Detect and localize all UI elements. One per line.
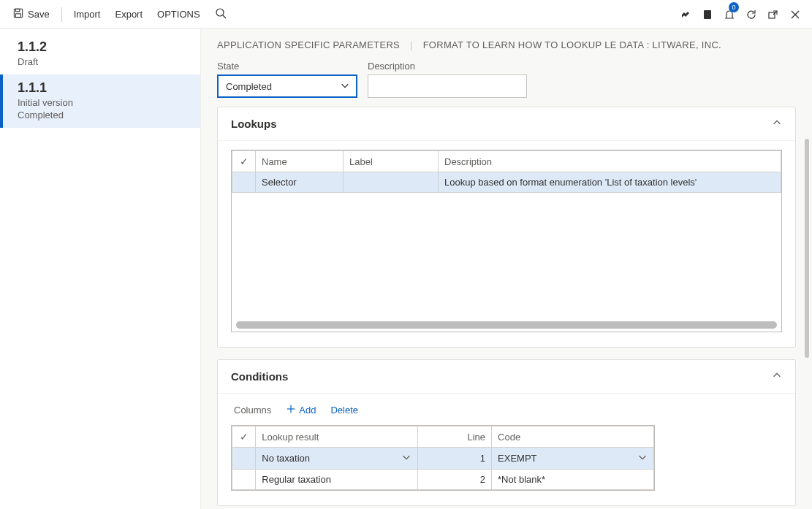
state-label: State — [217, 61, 357, 72]
lookups-grid: ✓ Name Label Description Selector Lookup… — [231, 150, 782, 332]
top-toolbar: Save Import Export OPTIONS 0 — [0, 0, 812, 29]
lookups-panel: Lookups ✓ Name Label Descript — [217, 107, 796, 348]
conditions-panel: Conditions Columns Add De — [217, 359, 796, 506]
search-icon — [215, 7, 227, 21]
close-button[interactable] — [784, 4, 806, 26]
sidebar-item-version-0[interactable]: 1.1.2 Draft — [0, 34, 200, 74]
description-label: Description — [368, 61, 527, 72]
conditions-col-result[interactable]: Lookup result — [256, 426, 418, 448]
toolbar-separator — [61, 7, 62, 22]
app-root: Save Import Export OPTIONS 0 — [0, 0, 812, 509]
breadcrumb-separator: | — [410, 39, 413, 50]
conditions-grid: ✓ Lookup result Line Code No taxation — [231, 425, 655, 491]
lookups-cell-label — [344, 172, 439, 193]
result-value: No taxation — [262, 453, 310, 464]
row-checkbox[interactable] — [232, 172, 256, 193]
version-sidebar: 1.1.2 Draft 1.1.1 Initial version Comple… — [0, 29, 201, 509]
conditions-cell-line: 1 — [418, 448, 492, 470]
sidebar-desc-label: Initial version — [18, 97, 186, 108]
lookups-panel-body: ✓ Name Label Description Selector Lookup… — [218, 141, 795, 347]
sidebar-version-label: 1.1.1 — [18, 80, 186, 96]
check-column-header[interactable]: ✓ — [232, 151, 256, 172]
row-checkbox[interactable] — [232, 448, 256, 470]
conditions-row-1[interactable]: Regular taxation 2 *Not blank* — [232, 470, 654, 490]
chevron-up-icon — [772, 118, 782, 130]
chevron-down-icon[interactable] — [637, 452, 648, 464]
lookups-title: Lookups — [231, 118, 277, 130]
breadcrumb: APPLICATION SPECIFIC PARAMETERS | FORMAT… — [217, 39, 796, 50]
conditions-cell-code: *Not blank* — [492, 470, 654, 490]
export-label: Export — [115, 9, 143, 20]
conditions-title: Conditions — [231, 370, 288, 383]
sidebar-version-label: 1.1.2 — [18, 39, 186, 55]
plus-icon — [286, 404, 296, 416]
chevron-up-icon — [772, 370, 782, 383]
popout-button[interactable] — [762, 4, 784, 26]
conditions-cell-result[interactable]: No taxation — [256, 448, 418, 470]
search-button[interactable] — [208, 3, 234, 26]
main-area: 1.1.2 Draft 1.1.1 Initial version Comple… — [0, 29, 812, 509]
sidebar-status-label: Completed — [18, 110, 186, 120]
notifications-button[interactable]: 0 — [718, 4, 740, 26]
description-field: Description — [368, 61, 527, 98]
delete-button[interactable]: Delete — [330, 405, 358, 416]
content-scrollbar[interactable] — [805, 139, 809, 358]
lookups-row-0[interactable]: Selector Lookup based on format enumerat… — [232, 172, 781, 193]
header-fields: State Completed Description — [217, 61, 796, 98]
options-label: OPTIONS — [157, 9, 200, 20]
conditions-panel-body: Columns Add Delete — [218, 394, 795, 505]
state-dropdown[interactable]: Completed — [217, 74, 357, 98]
lookups-col-description[interactable]: Description — [439, 151, 781, 172]
code-value: EXEMPT — [498, 453, 536, 464]
description-input[interactable] — [368, 74, 527, 98]
conditions-col-line[interactable]: Line — [418, 426, 492, 448]
lookups-horizontal-scrollbar[interactable] — [236, 321, 777, 329]
state-value: Completed — [226, 81, 272, 92]
row-checkbox[interactable] — [232, 470, 256, 490]
connector-icon[interactable] — [675, 4, 697, 26]
content-area: APPLICATION SPECIFIC PARAMETERS | FORMAT… — [201, 29, 812, 509]
columns-button[interactable]: Columns — [234, 405, 271, 416]
lookups-cell-description: Lookup based on format enumeration 'List… — [439, 172, 781, 193]
check-column-header[interactable]: ✓ — [232, 426, 256, 448]
sidebar-item-version-1[interactable]: 1.1.1 Initial version Completed — [0, 74, 200, 128]
check-icon: ✓ — [240, 431, 248, 443]
conditions-cell-result: Regular taxation — [256, 470, 418, 490]
breadcrumb-left: APPLICATION SPECIFIC PARAMETERS — [217, 39, 400, 50]
notification-badge: 0 — [729, 2, 739, 12]
refresh-button[interactable] — [740, 4, 762, 26]
conditions-cell-line: 2 — [418, 470, 492, 490]
sidebar-status-label: Draft — [18, 56, 186, 67]
lookups-grid-empty-area — [232, 193, 781, 317]
options-button[interactable]: OPTIONS — [150, 4, 208, 24]
import-label: Import — [74, 9, 101, 20]
add-label: Add — [299, 405, 316, 416]
svg-rect-2 — [16, 14, 21, 18]
conditions-col-code[interactable]: Code — [492, 426, 654, 448]
import-button[interactable]: Import — [67, 4, 108, 24]
svg-rect-1 — [16, 9, 20, 12]
lookups-header-row: ✓ Name Label Description — [232, 151, 781, 172]
check-icon: ✓ — [240, 156, 248, 167]
conditions-header-row: ✓ Lookup result Line Code — [232, 426, 654, 448]
save-label: Save — [28, 9, 50, 20]
lookups-panel-header[interactable]: Lookups — [218, 107, 795, 141]
add-button[interactable]: Add — [286, 404, 316, 416]
save-button[interactable]: Save — [6, 4, 57, 25]
chevron-down-icon — [340, 80, 350, 93]
breadcrumb-right: FORMAT TO LEARN HOW TO LOOKUP LE DATA : … — [423, 39, 721, 50]
office-icon[interactable] — [697, 4, 718, 26]
conditions-toolbar: Columns Add Delete — [231, 402, 782, 425]
lookups-col-name[interactable]: Name — [256, 151, 344, 172]
conditions-cell-code[interactable]: EXEMPT — [492, 448, 654, 470]
chevron-down-icon[interactable] — [401, 452, 411, 464]
save-icon — [13, 8, 23, 20]
lookups-col-label[interactable]: Label — [344, 151, 439, 172]
conditions-panel-header[interactable]: Conditions — [218, 360, 795, 394]
conditions-row-0[interactable]: No taxation 1 EXEMPT — [232, 448, 654, 470]
svg-rect-5 — [704, 10, 711, 19]
svg-point-3 — [216, 9, 224, 16]
state-field: State Completed — [217, 61, 357, 98]
export-button[interactable]: Export — [107, 4, 150, 24]
lookups-cell-name: Selector — [256, 172, 344, 193]
